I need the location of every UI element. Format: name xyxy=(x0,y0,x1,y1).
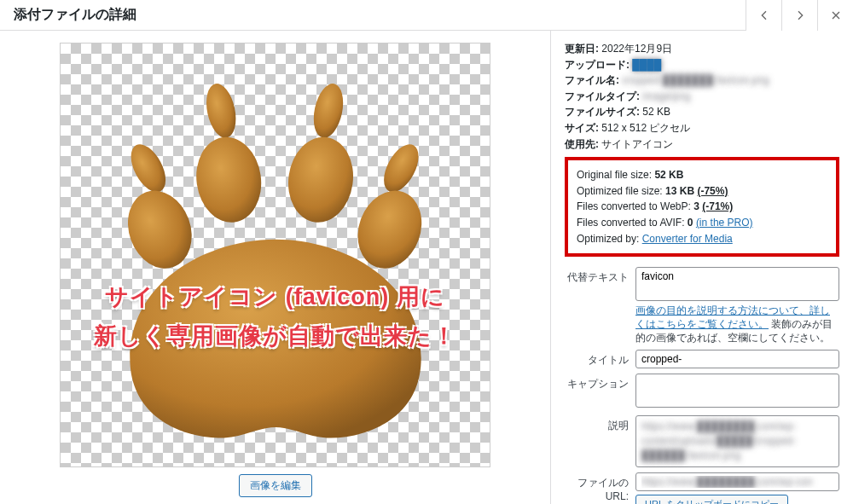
attachment-details-modal: 添付ファイルの詳細 xyxy=(0,0,853,504)
file-url-row: ファイルの URL: URL をクリップボードにコピー xyxy=(565,472,839,504)
converter-link[interactable]: Converter for Media xyxy=(642,233,733,245)
meta-uploader: アップロード: ████ xyxy=(565,57,839,73)
meta-updated: 更新日: 2022年12月9日 xyxy=(565,41,839,57)
svg-point-0 xyxy=(124,139,172,198)
file-url-input[interactable] xyxy=(635,472,839,491)
optimization-box: Original file size: 52 KB Optimized file… xyxy=(565,157,839,257)
form-section: 代替テキスト 画像の目的を説明する方法について、詳しくはこちらをご覧ください。 … xyxy=(565,267,839,504)
opt-original: Original file size: 52 KB xyxy=(577,167,827,183)
file-url-label: ファイルの URL: xyxy=(565,472,629,502)
description-row: 説明 https://www.████████.com/wp-content/u… xyxy=(565,415,839,466)
meta-filetype: ファイルタイプ: image/png xyxy=(565,89,839,105)
description-label: 説明 xyxy=(565,415,629,433)
header-nav xyxy=(746,0,853,30)
prev-button[interactable] xyxy=(746,0,781,31)
svg-point-3 xyxy=(376,139,425,198)
next-button[interactable] xyxy=(781,0,817,31)
preview-pane: サイトアイコン (favicon) 用に 新しく専用画像が自動で出来た！ 画像を… xyxy=(0,31,550,504)
alt-text-row: 代替テキスト 画像の目的を説明する方法について、詳しくはこちらをご覧ください。 … xyxy=(565,267,839,345)
caption-input[interactable] xyxy=(635,374,839,408)
opt-optimized: Optimized file size: 13 KB (-75%) xyxy=(577,183,827,200)
close-button[interactable] xyxy=(817,0,853,31)
opt-by: Optimized by: Converter for Media xyxy=(577,231,827,247)
alt-help-text: 画像の目的を説明する方法について、詳しくはこちらをご覧ください。 装飾のみが目的… xyxy=(635,304,839,345)
chevron-left-icon xyxy=(757,9,771,22)
modal-body: サイトアイコン (favicon) 用に 新しく専用画像が自動で出来た！ 画像を… xyxy=(0,31,853,504)
opt-webp: Files converted to WebP: 3 (-71%) xyxy=(577,199,827,215)
copy-url-button[interactable]: URL をクリップボードにコピー xyxy=(635,495,788,504)
caption-row: キャプション xyxy=(565,374,839,410)
modal-title: 添付ファイルの詳細 xyxy=(14,6,136,24)
svg-point-6 xyxy=(282,133,358,227)
title-label: タイトル xyxy=(565,350,629,368)
description-input[interactable]: https://www.████████.com/wp-content/uplo… xyxy=(635,415,839,466)
chevron-right-icon xyxy=(793,9,807,22)
image-preview xyxy=(60,43,490,467)
alt-label: 代替テキスト xyxy=(565,267,629,285)
meta-filename: ファイル名: cropped-███████-favicon.png xyxy=(565,72,839,89)
meta-filesize: ファイルサイズ: 52 KB xyxy=(565,104,839,120)
svg-point-2 xyxy=(309,81,347,141)
alt-text-input[interactable] xyxy=(635,267,839,301)
close-icon xyxy=(829,9,843,22)
pro-link[interactable]: (in the PRO) xyxy=(696,217,753,229)
svg-point-5 xyxy=(190,133,266,227)
svg-point-1 xyxy=(201,81,240,141)
opt-avif: Files converted to AVIF: 0 (in the PRO) xyxy=(577,215,827,231)
title-input[interactable] xyxy=(635,350,839,368)
meta-dimensions: サイズ: 512 x 512 ピクセル xyxy=(565,120,839,136)
details-pane: 更新日: 2022年12月9日 アップロード: ████ ファイル名: crop… xyxy=(550,31,853,504)
meta-usedin: 使用先: サイトアイコン xyxy=(565,136,839,153)
caption-label: キャプション xyxy=(565,374,629,391)
title-row: タイトル xyxy=(565,350,839,368)
paw-icon xyxy=(79,57,472,453)
edit-image-button[interactable]: 画像を編集 xyxy=(239,474,312,497)
modal-header: 添付ファイルの詳細 xyxy=(0,0,853,31)
